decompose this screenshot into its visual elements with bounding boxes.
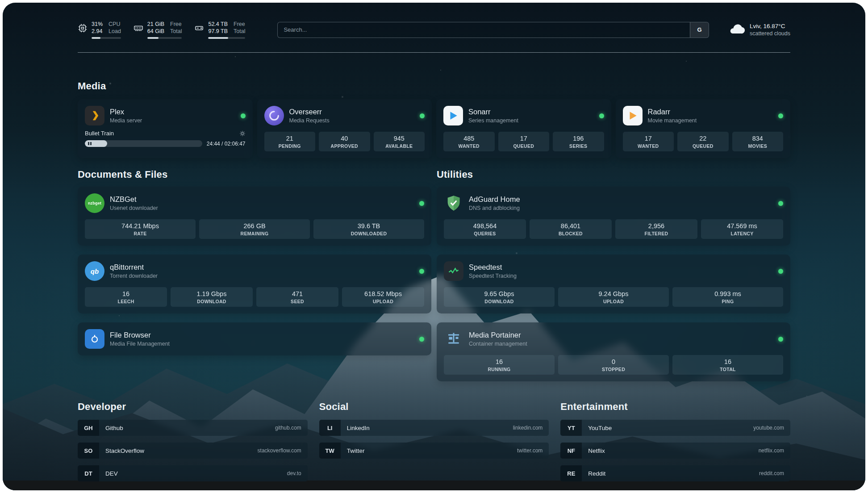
search-input[interactable]	[278, 22, 690, 38]
bookmark-name: Reddit	[588, 470, 605, 477]
playback-progress-fill	[85, 140, 107, 147]
stat-value: 266 GB	[201, 222, 308, 230]
cpu-load-value: 2.94	[92, 28, 103, 35]
dashboard-screen: 31% 2.94 CPU Load	[3, 3, 865, 490]
stat-value: 618.52 Mbps	[344, 290, 422, 297]
stat-downloaded: 39.6 TB DOWNLOADED	[313, 219, 424, 239]
status-dot	[778, 201, 783, 206]
stat-value: 945	[376, 135, 423, 142]
portainer-card[interactable]: Media Portainer Container management 16 …	[437, 322, 790, 381]
bookmark-youtube[interactable]: YT YouTube youtube.com	[560, 420, 790, 436]
adguard-icon	[444, 193, 463, 213]
bookmark-name: Netflix	[588, 447, 605, 454]
stat-label: SERIES	[555, 143, 602, 149]
overseerr-card[interactable]: Overseerr Media Requests 21 PENDING 40 A…	[257, 99, 432, 158]
service-name: AdGuard Home	[469, 195, 520, 204]
service-subtitle: Speedtest Tracking	[469, 273, 517, 279]
plex-now-playing: Bullet Train	[85, 130, 246, 147]
stat-label: MOVIES	[734, 143, 782, 149]
stat-filtered: 2,956 FILTERED	[615, 219, 697, 239]
stat-value: 17	[500, 135, 548, 142]
stat-rate: 744.21 Mbps RATE	[85, 219, 196, 239]
status-dot	[419, 201, 424, 206]
stat-value: 498,564	[446, 222, 524, 230]
stat-label: FILTERED	[617, 231, 696, 236]
bookmark-abbr: LI	[319, 420, 341, 436]
bookmark-twitter[interactable]: TW Twitter twitter.com	[319, 443, 549, 459]
bookmark-dev[interactable]: DT DEV dev.to	[78, 465, 308, 481]
filebrowser-card[interactable]: File Browser Media File Management	[78, 322, 431, 355]
cpu-icon	[78, 23, 88, 33]
social-section-title: Social	[319, 401, 549, 413]
stat-value: 16	[446, 358, 553, 365]
status-dot	[420, 113, 425, 118]
stat-upload: 618.52 Mbps UPLOAD	[342, 287, 424, 307]
bookmark-stackoverflow[interactable]: SO StackOverflow stackoverflow.com	[78, 443, 308, 459]
sonarr-card[interactable]: Sonarr Series management 485 WANTED 17 Q…	[436, 99, 611, 158]
radarr-card[interactable]: Radarr Movie management 17 WANTED 22 QUE…	[616, 99, 791, 158]
bookmark-name: Twitter	[347, 447, 365, 454]
search-bar: G	[277, 22, 709, 38]
qbittorrent-card[interactable]: qb qBittorrent Torrent downloader 16 LEE…	[78, 255, 431, 313]
load-label: Load	[108, 28, 121, 35]
memory-free-value: 21 GiB	[147, 21, 164, 28]
settings-gear-icon[interactable]	[239, 130, 246, 137]
stat-available: 945 AVAILABLE	[374, 132, 425, 151]
bookmark-abbr: DT	[78, 465, 99, 481]
status-dot	[778, 113, 783, 118]
memory-metric: 21 GiB 64 GiB Free Total	[134, 21, 182, 39]
stat-upload: 9.24 Gbps UPLOAD	[558, 287, 669, 307]
stat-label: BLOCKED	[531, 231, 610, 236]
stat-label: UPLOAD	[344, 299, 422, 304]
bookmark-abbr: NF	[560, 443, 582, 459]
bookmark-url: twitter.com	[517, 447, 542, 454]
status-dot	[419, 269, 424, 274]
stat-value: 744.21 Mbps	[87, 222, 194, 230]
stat-label: QUEUED	[679, 143, 727, 149]
stat-value: 196	[555, 135, 602, 142]
adguard-card[interactable]: AdGuard Home DNS and adblocking 498,564 …	[437, 187, 790, 246]
stat-value: 2,956	[617, 222, 696, 230]
disk-free-value: 52.4 TB	[208, 21, 228, 28]
header-divider	[78, 52, 790, 53]
stat-label: RATE	[87, 231, 194, 236]
speedtest-card[interactable]: Speedtest Speedtest Tracking 9.65 Gbps D…	[437, 255, 790, 313]
bookmark-name: LinkedIn	[347, 425, 370, 431]
service-name: qBittorrent	[110, 263, 158, 272]
stat-value: 47.569 ms	[703, 222, 781, 230]
pause-icon[interactable]	[88, 142, 92, 145]
bookmark-netflix[interactable]: NF Netflix netflix.com	[560, 443, 790, 459]
bookmark-group-developer: Developer GH Github github.com SO StackO…	[78, 401, 308, 481]
service-subtitle: Usenet downloader	[110, 205, 158, 211]
cloud-icon	[729, 23, 745, 37]
stat-value: 471	[258, 290, 337, 297]
nzbget-icon: nzbget	[85, 193, 104, 213]
status-dot	[778, 337, 783, 342]
search-provider-button[interactable]: G	[690, 22, 709, 38]
stat-label: QUERIES	[446, 231, 524, 236]
stat-value: 16	[87, 290, 165, 297]
stat-value: 0	[560, 358, 667, 365]
bookmark-github[interactable]: GH Github github.com	[78, 420, 308, 436]
stat-seed: 471 SEED	[256, 287, 338, 307]
service-name: NZBGet	[110, 195, 158, 204]
stat-value: 9.65 Gbps	[446, 290, 553, 297]
plex-card[interactable]: Plex Media server Bullet Train	[78, 99, 253, 158]
stat-label: SEED	[258, 299, 337, 304]
bookmark-reddit[interactable]: RE Reddit reddit.com	[560, 465, 790, 481]
stat-value: 834	[734, 135, 782, 142]
service-name: Overseerr	[289, 108, 330, 116]
service-name: Sonarr	[468, 108, 518, 116]
stat-label: DOWNLOAD	[172, 299, 251, 304]
stat-label: AVAILABLE	[376, 143, 423, 149]
stat-queued: 17 QUEUED	[498, 132, 550, 151]
stat-approved: 40 APPROVED	[319, 132, 370, 151]
stat-series: 196 SERIES	[553, 132, 604, 151]
overseerr-icon	[264, 106, 284, 125]
qbittorrent-icon: qb	[85, 261, 104, 281]
stat-pending: 21 PENDING	[264, 132, 316, 151]
nzbget-card[interactable]: nzbget NZBGet Usenet downloader 744.21 M…	[78, 187, 431, 246]
bookmark-url: netflix.com	[759, 447, 784, 454]
bookmark-linkedin[interactable]: LI LinkedIn linkedin.com	[319, 420, 549, 436]
playback-progress-bar[interactable]	[85, 140, 202, 147]
